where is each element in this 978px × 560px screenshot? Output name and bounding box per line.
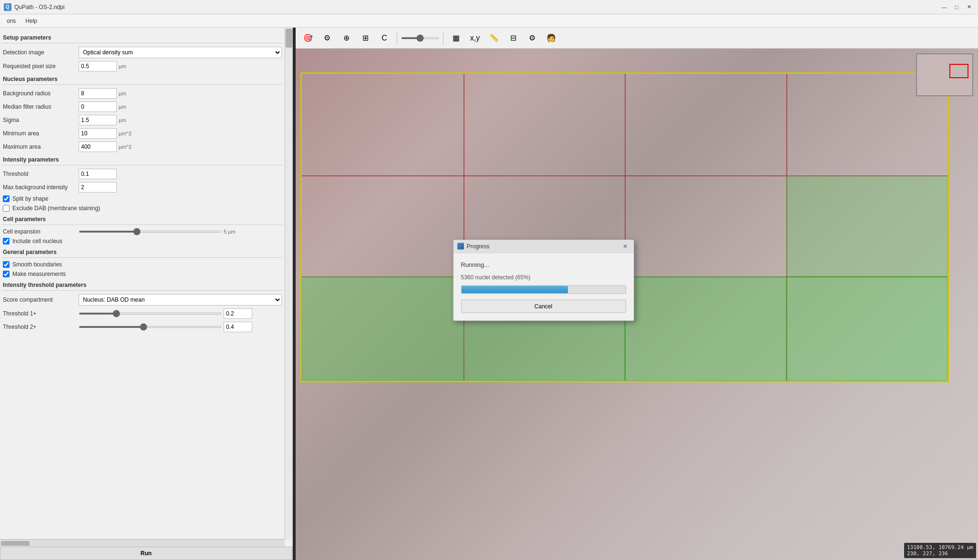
minimize-button[interactable]: — (939, 2, 949, 12)
horizontal-scrollbar[interactable] (0, 539, 285, 547)
max-bg-input[interactable]: 2 (79, 182, 117, 193)
min-area-label: Minimum area (3, 130, 77, 137)
person-button[interactable]: 🧑 (543, 30, 560, 46)
grid2-button[interactable]: ⊟ (504, 30, 522, 46)
target-tool-button[interactable]: 🎯 (299, 30, 317, 46)
median-filter-label: Median filter radius (3, 103, 77, 110)
nodes-tool-button[interactable]: ⚙ (319, 30, 336, 46)
intensity-section-header: Intensity parameters (2, 153, 283, 165)
green-region-1 (302, 276, 463, 381)
max-area-unit: μm^2 (119, 144, 133, 150)
zoom-slider[interactable] (401, 37, 439, 39)
title-bar: Q QuPath - OS-2.ndpi — □ ✕ (0, 0, 978, 14)
green-region-3 (625, 276, 786, 381)
tissue-region (300, 72, 949, 382)
tissue-background: 13108.53, 10769.24 μm 230, 227, 236 (296, 49, 978, 560)
make-measurements-checkbox[interactable] (3, 271, 10, 277)
c-tool-button[interactable]: C (376, 30, 393, 46)
toolbar-divider-1 (397, 31, 397, 45)
threshold1-slider[interactable] (79, 313, 222, 315)
make-measurements-row: Make measurements (2, 269, 283, 279)
threshold1-label: Threshold 1+ (3, 310, 77, 317)
exclude-dab-checkbox[interactable] (3, 205, 10, 212)
progress-status: Running... (461, 261, 626, 268)
h-scroll-thumb[interactable] (1, 541, 30, 546)
xy-button[interactable]: x,y (466, 30, 484, 46)
toolbar-divider-2 (443, 31, 443, 45)
green-region-4 (786, 276, 948, 381)
sigma-label: Sigma (3, 117, 77, 123)
measure-button[interactable]: 📏 (485, 30, 503, 46)
pixel-size-input[interactable]: 0.5 (79, 61, 117, 71)
max-area-input[interactable]: 400 (79, 142, 117, 152)
min-area-unit: μm^2 (119, 131, 133, 136)
detection-image-row: Detection image Optical density sum Hema… (2, 45, 283, 60)
progress-body: Running... 5360 nuclei detected (65%) Ca… (453, 253, 634, 320)
sigma-row: Sigma 1.5 μm (2, 113, 283, 127)
coord-rgb: 230, 227, 236 (907, 550, 973, 557)
threshold2-input[interactable]: 0.4 (224, 322, 252, 332)
app-icon: Q (4, 3, 11, 11)
threshold-input[interactable]: 0.1 (79, 169, 117, 179)
grid-tool-button[interactable]: ⊞ (357, 30, 374, 46)
sigma-input[interactable]: 1.5 (79, 115, 117, 125)
general-section-header: General parameters (2, 246, 283, 258)
smooth-boundaries-label: Smooth boundaries (12, 261, 62, 268)
pixel-size-unit: μm (119, 63, 133, 69)
maximize-button[interactable]: □ (951, 2, 962, 12)
menu-item-ons[interactable]: ons (2, 16, 21, 26)
intensity-threshold-section-header: Intensity threshold parameters (2, 279, 283, 291)
panel-content[interactable]: Setup parameters Detection image Optical… (0, 28, 292, 545)
add-tool-button[interactable]: ⊕ (338, 30, 355, 46)
pixel-size-label: Requested pixel size (3, 63, 77, 70)
nucleus-section-header: Nucleus parameters (2, 73, 283, 85)
split-by-shape-label: Split by shape (12, 195, 48, 202)
median-filter-input[interactable]: 0 (79, 102, 117, 112)
left-panel: Positive cell detection □ ✕ Setup parame… (0, 14, 293, 560)
coord-position: 13108.53, 10769.24 μm (907, 544, 973, 550)
progress-title-bar: Progress ✕ (453, 240, 634, 253)
settings-button[interactable]: ⚙ (524, 30, 541, 46)
cell-expansion-row: Cell expansion 5 μm (2, 227, 283, 236)
progress-dialog-title: Progress (467, 243, 620, 250)
bg-radius-input[interactable]: 8 (79, 88, 117, 99)
smooth-boundaries-row: Smooth boundaries (2, 260, 283, 269)
include-nucleus-checkbox[interactable] (3, 238, 10, 244)
detection-image-select[interactable]: Optical density sum Hematoxylin OD DAB O… (79, 47, 282, 58)
smooth-boundaries-checkbox[interactable] (3, 261, 10, 268)
cell-section-header: Cell parameters (2, 213, 283, 225)
progress-detail: 5360 nuclei detected (65%) (461, 274, 626, 280)
min-area-row: Minimum area 10 μm^2 (2, 127, 283, 140)
window-title: QuPath - OS-2.ndpi (14, 4, 939, 10)
mini-map-viewport (949, 64, 968, 78)
cell-expansion-label: Cell expansion (3, 228, 77, 235)
split-by-shape-checkbox[interactable] (3, 195, 10, 202)
menu-item-help[interactable]: Help (21, 16, 42, 26)
run-button[interactable]: Run (0, 547, 292, 560)
split-by-shape-row: Split by shape (2, 194, 283, 204)
pixel-size-row: Requested pixel size 0.5 μm (2, 60, 283, 73)
include-nucleus-label: Include cell nucleus (12, 238, 62, 244)
score-compartment-select[interactable]: Nucleus: DAB OD mean Cell: DAB OD mean C… (79, 294, 282, 305)
cancel-button[interactable]: Cancel (461, 299, 626, 313)
progress-bar-fill (462, 285, 568, 293)
score-compartment-label: Score compartment (3, 296, 77, 303)
cell-expansion-slider[interactable] (79, 231, 222, 233)
vertical-scrollbar[interactable] (285, 28, 292, 539)
progress-bar-container (461, 285, 626, 294)
progress-dialog-icon (457, 243, 464, 250)
threshold2-slider[interactable] (79, 326, 222, 328)
toolbar: 🎯 ⚙ ⊕ ⊞ C ▦ x,y 📏 ⊟ ⚙ 🧑 (296, 28, 978, 49)
scroll-thumb[interactable] (286, 29, 292, 48)
include-nucleus-row: Include cell nucleus (2, 236, 283, 246)
progress-close-button[interactable]: ✕ (620, 242, 630, 251)
close-button[interactable]: ✕ (964, 2, 974, 12)
max-bg-row: Max background intensity 2 (2, 181, 283, 194)
mini-map (916, 53, 973, 96)
threshold1-input[interactable]: 0.2 (224, 308, 252, 319)
table-button[interactable]: ▦ (447, 30, 464, 46)
min-area-input[interactable]: 10 (79, 128, 117, 139)
setup-section-header: Setup parameters (2, 31, 283, 43)
bg-radius-unit: μm (119, 91, 133, 96)
max-area-label: Maximum area (3, 143, 77, 150)
